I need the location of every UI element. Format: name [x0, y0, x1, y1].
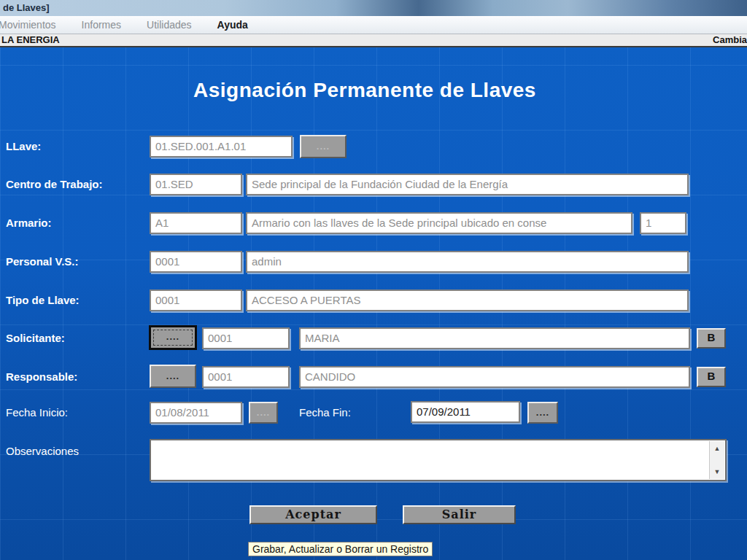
aceptar-button[interactable]: Aceptar — [249, 505, 377, 524]
window-titlebar[interactable]: de Llaves] — [0, 0, 747, 16]
fecha-fin-input[interactable]: 07/09/2011 — [411, 401, 520, 423]
llave-input[interactable]: 01.SED.001.A1.01 — [150, 136, 293, 158]
solicitante-name-input[interactable]: MARIA — [299, 327, 690, 349]
company-name: LA ENERGIA — [1, 34, 60, 46]
responsable-b-button[interactable]: B — [697, 367, 726, 387]
armario-desc-input[interactable]: Armario con las llaves de la Sede princi… — [246, 212, 632, 234]
menu-ayuda[interactable]: Ayuda — [214, 18, 251, 32]
centro-desc-input[interactable]: Sede principal de la Fundación Ciudad de… — [246, 174, 689, 195]
status-tooltip: Grabar, Actualizar o Borrar un Registro — [248, 542, 433, 556]
personal-code-input[interactable]: 0001 — [150, 251, 242, 273]
observaciones-textarea[interactable]: ▲ ▼ — [150, 439, 727, 481]
tipo-label: Tipo de Llave: — [6, 294, 80, 306]
observaciones-scrollbar[interactable]: ▲ ▼ — [709, 441, 724, 479]
personal-desc-input[interactable]: admin — [246, 251, 689, 273]
solicitante-code-input[interactable]: 0001 — [202, 327, 290, 349]
responsable-name-input[interactable]: CANDIDO — [299, 366, 690, 388]
app-header-bar: LA ENERGIA Cambia — [0, 34, 747, 47]
responsable-browse-button[interactable]: .... — [150, 365, 196, 388]
menu-utilidades[interactable]: Utilidades — [144, 18, 194, 32]
scroll-down-icon[interactable]: ▼ — [710, 466, 724, 478]
responsable-code-input[interactable]: 0001 — [202, 366, 290, 388]
centro-label: Centro de Trabajo: — [6, 178, 103, 190]
solicitante-label: Solicitante: — [6, 332, 65, 344]
armario-label: Armario: — [6, 217, 52, 229]
fecha-inicio-browse-button[interactable]: .... — [249, 402, 278, 424]
salir-button[interactable]: Salir — [403, 505, 516, 524]
tipo-desc-input[interactable]: ACCESO A PUERTAS — [246, 289, 689, 311]
llave-label: LLave: — [6, 140, 41, 152]
fecha-inicio-label: Fecha Inicio: — [6, 406, 68, 419]
scroll-up-icon[interactable]: ▲ — [710, 443, 724, 454]
solicitante-b-button[interactable]: B — [697, 328, 726, 349]
tipo-code-input[interactable]: 0001 — [150, 289, 242, 311]
header-right-text[interactable]: Cambia — [713, 34, 747, 46]
app-window: de Llaves] Movimientos Informes Utilidad… — [0, 0, 747, 560]
page-title: Asignación Permanente de Llaves — [0, 79, 729, 102]
menu-movimientos[interactable]: Movimientos — [0, 18, 59, 32]
llave-browse-button[interactable]: .... — [300, 135, 347, 158]
focus-ring — [153, 330, 193, 346]
responsable-label: Responsable: — [6, 370, 77, 383]
window-title: de Llaves] — [0, 0, 747, 15]
fecha-inicio-input[interactable]: 01/08/2011 — [150, 402, 242, 424]
menu-bar: Movimientos Informes Utilidades Ayuda — [0, 16, 747, 34]
solicitante-browse-button[interactable]: .... — [150, 326, 196, 349]
armario-code-input[interactable]: A1 — [150, 212, 242, 234]
fecha-fin-label: Fecha Fin: — [299, 406, 351, 419]
menu-informes[interactable]: Informes — [79, 18, 124, 32]
fecha-fin-browse-button[interactable]: .... — [527, 402, 558, 424]
personal-label: Personal V.S.: — [6, 255, 79, 268]
observaciones-label: Observaciones — [6, 445, 79, 457]
armario-num-input[interactable]: 1 — [640, 212, 686, 234]
centro-code-input[interactable]: 01.SED — [150, 174, 242, 195]
